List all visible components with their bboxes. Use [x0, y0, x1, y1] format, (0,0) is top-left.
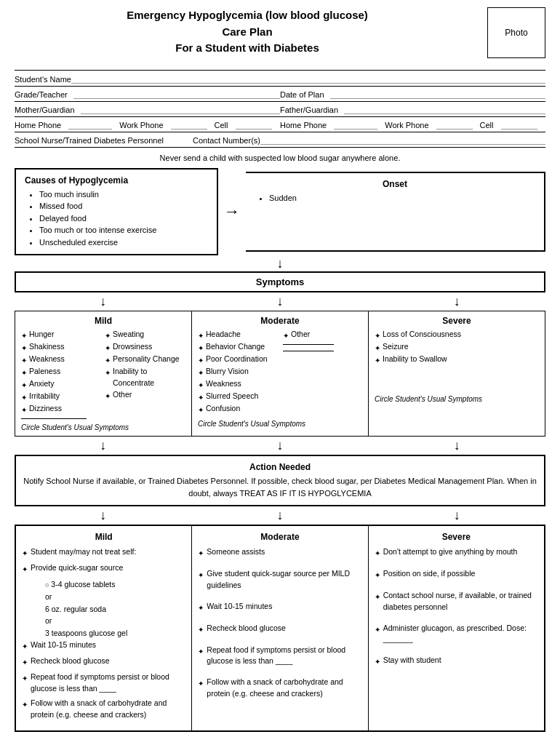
- diamond-icon: ✦: [21, 380, 27, 391]
- list-item: Sudden: [269, 192, 535, 204]
- diamond-icon: ✦: [105, 355, 111, 366]
- action-item: ✦Wait 10-15 minutes: [22, 640, 185, 652]
- mother-col: Mother/Guardian: [15, 105, 280, 114]
- action-text-item: Administer glucagon, as prescribed. Dose…: [383, 623, 538, 646]
- action-arrow1: ↓: [100, 438, 106, 453]
- action-item: ✦Don't attempt to give anything by mouth: [375, 546, 538, 559]
- onset-list: Sudden: [255, 192, 535, 204]
- action-text-item: or: [45, 616, 52, 625]
- onset-box: Onset Sudden: [246, 172, 545, 252]
- action-item: ✦Follow with a snack of carbohydrate and…: [22, 698, 185, 721]
- title-section: Emergency Hypoglycemia (low blood glucos…: [15, 7, 480, 63]
- diamond-icon: ✦: [21, 355, 27, 366]
- diamond-icon: ✦: [198, 602, 204, 613]
- diamond-icon: ✦: [105, 391, 111, 402]
- arrow-mild: ↓: [100, 294, 106, 309]
- indent-block: ○ 3-4 glucose tablets or 6 oz. regular s…: [22, 578, 185, 640]
- diamond-icon: ✦: [198, 380, 204, 391]
- action-text-item: Someone assists: [207, 546, 265, 558]
- action-text-item: Repeat food if symptoms persist or blood…: [207, 645, 361, 668]
- sym-item: ✦Inability to Swallow: [375, 354, 539, 366]
- sym-label: Blurry Vision: [206, 366, 249, 378]
- guardian-row: Mother/Guardian Father/Guardian: [15, 103, 545, 117]
- sym-label: Poor Coordination: [206, 354, 268, 365]
- sym-item: ✦Other: [283, 329, 362, 341]
- diamond-icon: ✦: [283, 330, 289, 341]
- diamond-icon: ✦: [21, 367, 27, 378]
- sym-item: ✦Paleness: [21, 366, 102, 378]
- student-name-row: Student's Name: [15, 73, 545, 87]
- indent-item: 3 teaspoons glucose gel: [36, 627, 185, 640]
- indent-item: ○ 3-4 glucose tablets: [36, 578, 185, 591]
- action-item: ✦Recheck blood glucose: [22, 656, 185, 668]
- sym-label: Irritability: [29, 391, 60, 402]
- sym-item: ✦Loss of Consciousness: [375, 329, 539, 341]
- action-text-item: Don't attempt to give anything by mouth: [383, 546, 518, 558]
- action-text-item: Give student quick-sugar source per MILD…: [207, 568, 361, 591]
- symptoms-columns: Mild ✦Hunger ✦Shakiness ✦Weakness ✦Palen…: [15, 311, 545, 437]
- three-arrows-row: ↓ ↓ ↓: [15, 294, 545, 309]
- grade-teacher-row: Grade/Teacher Date of Plan: [15, 88, 545, 102]
- diamond-icon: ✦: [198, 405, 204, 415]
- action-arrow6: ↓: [454, 508, 460, 523]
- sym-item: ✦Blurry Vision: [198, 366, 277, 378]
- action-mild-title: Mild: [22, 532, 185, 542]
- diamond-icon: ✦: [21, 392, 27, 403]
- notice: Never send a child with suspected low bl…: [15, 154, 545, 162]
- sym-item: ✦Poor Coordination: [198, 354, 277, 366]
- grade-teacher-label: Grade/Teacher: [15, 90, 68, 99]
- sym-label: Hunger: [29, 329, 54, 340]
- diamond-icon: ✦: [375, 355, 380, 366]
- sym-item: ✦Dizziness: [21, 403, 102, 415]
- action-title: Action Needed: [22, 462, 538, 472]
- diamond-icon: ✦: [375, 548, 380, 559]
- severe-circle-text: Circle Student's Usual Symptoms: [375, 395, 539, 403]
- diamond-icon: ✦: [198, 343, 204, 354]
- sym-item: ✦Sweating: [105, 329, 185, 341]
- sym-label: Dizziness: [29, 403, 62, 415]
- action-moderate-title: Moderate: [198, 532, 361, 542]
- sym-item: ✦Other: [105, 389, 185, 402]
- sym-item: ✦Drowsiness: [105, 341, 185, 354]
- action-arrows-row: ↓ ↓ ↓: [15, 438, 545, 453]
- diamond-icon: ✦: [22, 699, 28, 710]
- father-col: Father/Guardian: [280, 105, 545, 114]
- home-phone-label1: Home Phone: [15, 121, 61, 130]
- sym-label: Slurred Speech: [206, 391, 258, 402]
- right-arrow-icon: →: [224, 202, 240, 221]
- sym-item: ✦Shakiness: [21, 341, 102, 354]
- arrow-down-symptoms: ↓: [15, 257, 545, 270]
- action-arrow4: ↓: [100, 508, 106, 523]
- mild-inner: ✦Hunger ✦Shakiness ✦Weakness ✦Paleness ✦…: [21, 329, 185, 419]
- sym-label: Weakness: [206, 378, 241, 390]
- indent-item: 6 oz. regular soda: [36, 603, 185, 615]
- sym-label: Anxiety: [29, 378, 54, 390]
- action-item: ✦Give student quick-sugar source per MIL…: [198, 568, 361, 591]
- title-line1: Emergency Hypoglycemia (low blood glucos…: [127, 9, 368, 21]
- sym-label: Confusion: [206, 403, 240, 415]
- moderate-right: ✦Other: [283, 329, 362, 415]
- sym-label: Weakness: [29, 354, 65, 365]
- action-item: ✦Follow with a snack of carbohydrate and…: [198, 677, 361, 700]
- action-mild-col: Mild ✦Student may/may not treat self: ✦P…: [16, 526, 192, 730]
- diamond-icon: ✦: [21, 343, 27, 354]
- action-text-item: Student may/may not treat self:: [31, 546, 136, 558]
- diamond-icon: ✦: [375, 656, 380, 667]
- diamond-icon: ✦: [198, 678, 204, 689]
- action-item: ✦Provide quick-sugar source: [22, 562, 185, 575]
- sym-item: ✦Inability to Concentrate: [105, 366, 185, 389]
- severe-title: Severe: [375, 316, 539, 326]
- action-item: ✦Someone assists: [198, 546, 361, 559]
- action-item: ✦Repeat food if symptoms persist or bloo…: [198, 645, 361, 668]
- sym-label: Personality Change: [113, 354, 180, 365]
- action-text-item: Follow with a snack of carbohydrate and …: [31, 698, 185, 721]
- list-item: Missed food: [39, 200, 208, 212]
- severe-col: Severe ✦Loss of Consciousness ✦Seizure ✦…: [369, 311, 545, 436]
- action-severe-col: Severe ✦Don't attempt to give anything b…: [369, 526, 544, 730]
- action-text-item: Wait 10-15 minutes: [207, 601, 272, 613]
- action-box: Action Needed Notify School Nurse if ava…: [15, 455, 545, 506]
- diamond-icon: ✦: [198, 367, 204, 378]
- diamond-icon: ✦: [198, 330, 204, 341]
- action-text-item: Repeat food if symptoms persist or blood…: [31, 672, 185, 695]
- diamond-icon: ✦: [22, 657, 28, 668]
